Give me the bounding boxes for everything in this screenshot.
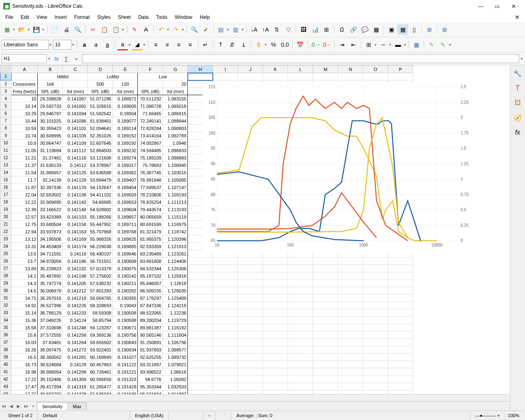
column-header-B[interactable]: B: [38, 66, 63, 73]
sheet-tab-sensitivity[interactable]: Sensitivity: [37, 402, 68, 410]
status-signature[interactable]: 📄: [215, 411, 231, 420]
column-header-D[interactable]: D: [88, 66, 113, 73]
align-justify-icon[interactable]: ≡: [185, 39, 196, 50]
column-header-H[interactable]: H: [188, 66, 213, 73]
spreadsheet-grid[interactable]: ABCDEFGHIJKLMNOP1HiMidLoMidLow2Crossover…: [0, 65, 510, 394]
column-header-K[interactable]: K: [263, 66, 288, 73]
filter-icon[interactable]: ▽: [283, 24, 294, 35]
row-header-30[interactable]: 30: [0, 287, 11, 294]
row-header-38[interactable]: 38: [0, 346, 11, 354]
clear-formatting-icon[interactable]: A̶: [141, 24, 151, 35]
define-print-area-icon[interactable]: ▣: [386, 24, 397, 35]
maximize-button[interactable]: ▭: [489, 0, 505, 12]
chart-icon[interactable]: 📊: [310, 24, 320, 35]
row-header-10[interactable]: 10: [0, 139, 11, 147]
paste-icon[interactable]: 📋: [111, 24, 121, 35]
find-icon[interactable]: 🔍: [189, 24, 200, 35]
font-size-input[interactable]: [53, 40, 71, 50]
align-middle-icon[interactable]: ⇵: [227, 39, 237, 50]
sum-icon[interactable]: ∑: [62, 55, 71, 63]
row-header-9[interactable]: 9: [0, 132, 11, 139]
align-right-icon[interactable]: ≡: [173, 39, 184, 50]
undo-icon[interactable]: ↶: [156, 24, 167, 35]
font-name-input[interactable]: [2, 40, 49, 50]
row-header-22[interactable]: 22: [0, 228, 11, 235]
row-header-19[interactable]: 19: [0, 206, 11, 213]
cond-format-icon[interactable]: ✎: [426, 39, 437, 50]
border-color-icon[interactable]: ▬: [393, 39, 403, 50]
menu-data[interactable]: Data: [135, 13, 152, 21]
print-preview-icon[interactable]: 🔍: [73, 24, 83, 35]
export-pdf-icon[interactable]: 📄: [50, 24, 60, 35]
row-header-40[interactable]: 40: [0, 361, 11, 368]
sort-icon[interactable]: ⇅: [272, 24, 282, 35]
row-header-39[interactable]: 39: [0, 354, 11, 361]
number-icon[interactable]: 0.0: [280, 39, 290, 50]
row-header-41[interactable]: 41: [0, 368, 11, 376]
row-header-23[interactable]: 23: [0, 235, 11, 243]
row-header-31[interactable]: 31: [0, 294, 11, 302]
row-header-14[interactable]: 14: [0, 169, 11, 176]
sheet-tab-max[interactable]: Max: [68, 402, 87, 410]
zoom-level[interactable]: 100%: [505, 413, 522, 418]
row-header-12[interactable]: 12: [0, 154, 11, 162]
clone-formatting-icon[interactable]: ✎: [129, 24, 140, 35]
add-decimal-icon[interactable]: .0→: [310, 39, 321, 50]
copy-icon[interactable]: 📋: [99, 24, 110, 35]
menu-sheet[interactable]: Sheet: [114, 13, 135, 21]
row-header-20[interactable]: 20: [0, 213, 11, 221]
row-header-34[interactable]: 34: [0, 317, 11, 324]
row-header-11[interactable]: 11: [0, 147, 11, 154]
column-header-I[interactable]: I: [213, 66, 238, 73]
row-header-3[interactable]: 3: [0, 88, 11, 95]
split-icon[interactable]: ▯: [409, 24, 420, 35]
wrap-text-icon[interactable]: ↵: [200, 39, 211, 50]
row-header-37[interactable]: 37: [0, 339, 11, 346]
row-header-7[interactable]: 7: [0, 117, 11, 125]
row-header-28[interactable]: 28: [0, 272, 11, 280]
row-header-27[interactable]: 27: [0, 265, 11, 272]
status-insert-mode[interactable]: [169, 411, 203, 420]
column-header-N[interactable]: N: [338, 66, 363, 73]
status-summary[interactable]: Average: ; Sum: 0: [231, 411, 470, 420]
row-header-33[interactable]: 33: [0, 309, 11, 317]
properties-icon[interactable]: 🔧: [513, 68, 523, 78]
menu-window[interactable]: Window: [171, 13, 196, 21]
column-header-E[interactable]: E: [113, 66, 138, 73]
redo-icon[interactable]: ↷: [171, 24, 181, 35]
remove-decimal-icon[interactable]: .0←: [322, 39, 332, 50]
minimize-button[interactable]: —: [472, 0, 489, 12]
row-icon[interactable]: ▤: [216, 24, 226, 35]
underline-icon[interactable]: a: [102, 39, 113, 50]
row-header-36[interactable]: 36: [0, 331, 11, 339]
save-icon[interactable]: 💾: [31, 24, 42, 35]
status-language[interactable]: English (USA): [130, 411, 169, 420]
align-bottom-icon[interactable]: ⤓: [238, 39, 249, 50]
column-header-O[interactable]: O: [363, 66, 388, 73]
extra-icon[interactable]: ⊞: [439, 24, 450, 35]
styles-panel-icon[interactable]: T: [513, 83, 523, 93]
row-header-16[interactable]: 16: [0, 184, 11, 191]
function-wizard-icon[interactable]: fx: [52, 55, 61, 63]
row-header-15[interactable]: 15: [0, 176, 11, 184]
print-icon[interactable]: 🖨: [61, 24, 72, 35]
close-document-button[interactable]: ✕: [511, 13, 523, 22]
row-header-6[interactable]: 6: [0, 110, 11, 117]
menu-format[interactable]: Format: [71, 13, 94, 21]
row-header-24[interactable]: 24: [0, 243, 11, 250]
currency-icon[interactable]: $: [253, 39, 264, 50]
row-header-44[interactable]: 44: [0, 390, 11, 395]
sort-desc-icon[interactable]: ↑A: [260, 24, 271, 35]
row-header-42[interactable]: 42: [0, 376, 11, 383]
align-center-icon[interactable]: ≡: [162, 39, 173, 50]
borders-icon[interactable]: ⊞: [363, 39, 374, 50]
close-button[interactable]: ✕: [505, 0, 522, 12]
merge-icon[interactable]: ▦: [411, 39, 422, 50]
window-icon[interactable]: ⊞: [424, 24, 435, 35]
first-sheet-icon[interactable]: ⏮: [0, 404, 7, 409]
special-char-icon[interactable]: Ω: [336, 24, 347, 35]
headers-footers-icon[interactable]: ▦: [371, 24, 381, 35]
menu-edit[interactable]: Edit: [17, 13, 33, 21]
column-header-F[interactable]: F: [138, 66, 163, 73]
formula-expand-icon[interactable]: ▼: [520, 57, 523, 61]
